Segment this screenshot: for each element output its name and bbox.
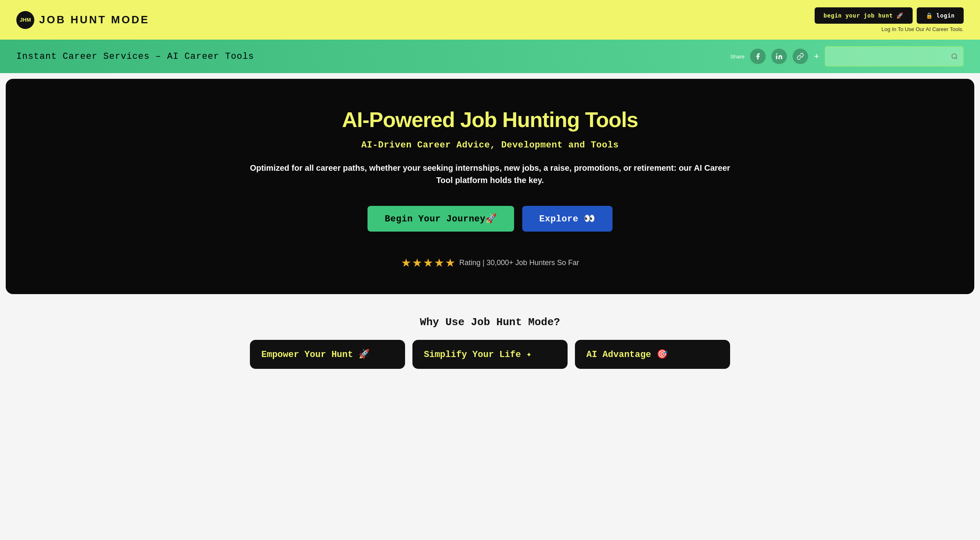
share-search-box[interactable]	[825, 46, 964, 67]
why-title: Why Use Job Hunt Mode?	[16, 316, 964, 328]
svg-rect-0	[776, 56, 777, 59]
share-label: Share	[730, 54, 744, 60]
hero-section: AI-Powered Job Hunting Tools AI-Driven C…	[6, 79, 974, 294]
rating-text: Rating | 30,000+ Job Hunters So Far	[459, 259, 579, 267]
star-rating: ★★★★★	[401, 256, 456, 270]
why-section: Why Use Job Hunt Mode? Empower Your Hunt…	[0, 300, 980, 381]
nav-right: begin your job hunt 🚀 🔒 login Log In To …	[815, 7, 964, 32]
why-card-1: Empower Your Hunt 🚀	[250, 340, 405, 369]
why-card-3: AI Advantage 🎯	[575, 340, 730, 369]
logo-area: JHM JOB HUNT MODE	[16, 11, 149, 29]
why-cards: Empower Your Hunt 🚀 Simplify Your Life ✦…	[16, 340, 964, 369]
top-navigation: JHM JOB HUNT MODE begin your job hunt 🚀 …	[0, 0, 980, 40]
svg-point-1	[776, 54, 777, 55]
share-search-input[interactable]	[831, 53, 951, 60]
hero-rating: ★★★★★ Rating | 30,000+ Job Hunters So Fa…	[30, 256, 950, 270]
facebook-icon[interactable]	[750, 49, 766, 64]
explore-button[interactable]: Explore 👀	[522, 206, 612, 232]
why-card-2: Simplify Your Life ✦	[412, 340, 568, 369]
login-button[interactable]: 🔒 login	[917, 7, 964, 24]
begin-journey-button[interactable]: Begin Your Journey🚀	[368, 206, 514, 232]
begin-job-hunt-button[interactable]: begin your job hunt 🚀	[815, 7, 913, 24]
share-icons: Share +	[730, 46, 964, 67]
share-text: Share	[730, 54, 744, 60]
linkedin-icon[interactable]	[771, 49, 787, 64]
hero-description: Optimized for all career paths, whether …	[245, 162, 735, 186]
nav-subtext: Log In To Use Our AI Career Tools.	[882, 26, 964, 32]
nav-buttons: begin your job hunt 🚀 🔒 login	[815, 7, 964, 24]
why-card-label-1: Empower Your Hunt 🚀	[261, 349, 370, 360]
link-icon[interactable]	[793, 49, 808, 64]
svg-line-3	[956, 58, 957, 59]
hero-title: AI-Powered Job Hunting Tools	[30, 107, 950, 132]
svg-point-2	[952, 54, 956, 58]
share-bar: Instant Career Services – AI Career Tool…	[0, 40, 980, 73]
share-more-icon[interactable]: +	[814, 51, 819, 62]
hero-subtitle: AI-Driven Career Advice, Development and…	[30, 140, 950, 150]
search-icon	[951, 53, 958, 60]
why-card-label-3: AI Advantage 🎯	[586, 349, 668, 360]
site-name: JOB HUNT MODE	[39, 13, 149, 26]
share-bar-title: Instant Career Services – AI Career Tool…	[16, 51, 254, 62]
logo-badge: JHM	[16, 11, 34, 29]
hero-buttons: Begin Your Journey🚀 Explore 👀	[30, 206, 950, 232]
why-card-label-2: Simplify Your Life ✦	[424, 349, 532, 360]
